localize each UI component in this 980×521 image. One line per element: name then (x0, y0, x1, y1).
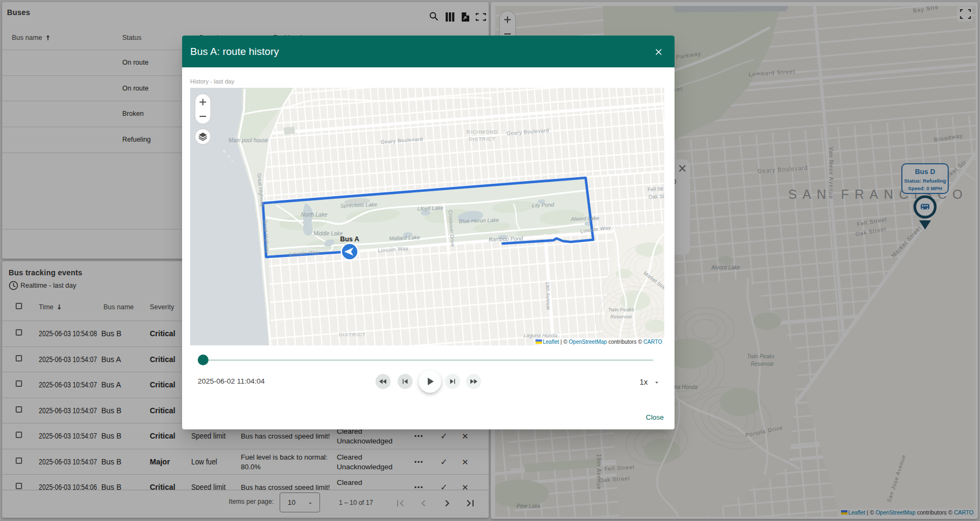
svg-text:Bamboo Pond: Bamboo Pond (489, 235, 523, 242)
svg-text:DISTRICT: DISTRICT (339, 331, 366, 337)
svg-text:DISTRICT: DISTRICT (469, 136, 496, 142)
svg-text:19th Avenue: 19th Avenue (545, 281, 552, 310)
svg-text:Laguna Honda: Laguna Honda (524, 332, 557, 338)
svg-text:Alvord Lake: Alvord Lake (570, 215, 600, 222)
svg-text:Twin Peaks: Twin Peaks (608, 307, 635, 312)
svg-text:Main pool house: Main pool house (228, 137, 268, 143)
svg-text:Lily Pond: Lily Pond (532, 202, 554, 208)
svg-text:Reservoir: Reservoir (610, 314, 633, 319)
svg-text:Fell Str: Fell Str (648, 185, 664, 192)
svg-text:North Lake: North Lake (301, 212, 328, 218)
svg-text:RICHMOND: RICHMOND (467, 129, 498, 135)
svg-text:Bus A: Bus A (340, 235, 359, 243)
svg-text:Leaflet | © OpenStreetMap cont: Leaflet | © OpenStreetMap contributors ©… (543, 339, 662, 345)
svg-text:Middle Lake: Middle Lake (314, 231, 343, 237)
svg-text:Mallard Lake: Mallard Lake (389, 234, 420, 241)
svg-text:Oak Str: Oak Str (648, 193, 664, 200)
svg-text:Lloyd Lake: Lloyd Lake (418, 205, 444, 212)
